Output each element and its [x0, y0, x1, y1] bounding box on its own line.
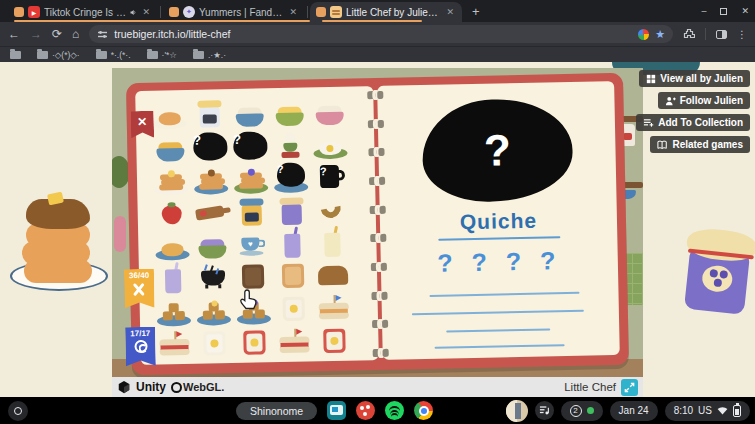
- reload-icon[interactable]: ⟳: [52, 28, 62, 40]
- home-icon[interactable]: ⌂: [72, 28, 79, 40]
- tab-group-indicator[interactable]: [169, 7, 179, 17]
- tab-close-icon[interactable]: ✕: [287, 7, 299, 17]
- cookbook-item-jam-board[interactable]: [191, 196, 232, 229]
- bookmark-folder[interactable]: .·★.·: [193, 50, 226, 60]
- extensions-icon[interactable]: [683, 28, 695, 40]
- cookbook-item-club-sandwich-jam[interactable]: [274, 325, 315, 358]
- status-pill[interactable]: 8:10 US: [665, 401, 750, 421]
- cookbook-item-popcorn-bowl[interactable]: [269, 96, 310, 129]
- window-thumbnail[interactable]: [506, 400, 528, 422]
- cookbook-item-blueberry-jam-jar[interactable]: [271, 194, 312, 227]
- fullscreen-button[interactable]: [621, 379, 638, 396]
- tab-youtube[interactable]: ▶Tiktok Cringe Is Going Too✕: [8, 2, 158, 22]
- bookmark-folder[interactable]: [10, 51, 21, 59]
- cookbook-item-egg-toast[interactable]: [273, 292, 314, 325]
- cookbook-item-bacon-egg-toast[interactable]: [234, 326, 275, 359]
- tab-close-icon[interactable]: ✕: [140, 7, 152, 17]
- cookbook-item-jelly-jar[interactable]: [231, 195, 272, 228]
- cookbook-item-club-sandwich[interactable]: [313, 291, 354, 324]
- cookbook-item-french-toast-butter[interactable]: [193, 294, 234, 327]
- cookbook-item-mystery-recipe[interactable]: ?: [190, 130, 231, 163]
- cookbook-item-pancakes-blueberry[interactable]: [231, 162, 272, 195]
- tab-fandom[interactable]: ✦Yummers | Fandom✕: [163, 2, 305, 22]
- add-to-collection-button[interactable]: Add To Collection: [636, 114, 750, 131]
- binding-ring: [371, 262, 387, 272]
- back-icon[interactable]: ←: [8, 28, 20, 40]
- cookbook-item-french-toast[interactable]: [153, 295, 194, 328]
- address-bar[interactable]: truebiger.itch.io/little-chef ★: [89, 25, 673, 43]
- battery-icon: [733, 405, 741, 417]
- cookbook-item-mystery-recipe-plate[interactable]: ?: [271, 161, 312, 194]
- cookbook-item-iced-drink[interactable]: [153, 262, 194, 295]
- tab-group-indicator[interactable]: [14, 7, 24, 17]
- follow-julien-button[interactable]: Follow Julien: [658, 92, 750, 109]
- tab-close-icon[interactable]: ✕: [444, 7, 456, 17]
- cookbook-item-banana[interactable]: [311, 193, 352, 226]
- cookbook-item-fried-egg[interactable]: [310, 128, 351, 161]
- tab-group-indicator[interactable]: [316, 7, 326, 17]
- menu-dots-icon[interactable]: ⋮: [737, 29, 747, 40]
- bookmark-star-icon[interactable]: ★: [655, 28, 665, 41]
- cookbook-item-mystery-mug[interactable]: ?: [311, 160, 352, 193]
- cookbook-item-berry-porridge-bowl[interactable]: [309, 95, 350, 128]
- cookbook-item-light-toast[interactable]: [273, 259, 314, 292]
- webgl-logo: WebGL.: [171, 381, 224, 393]
- progress-flag-36-40[interactable]: 36/40: [124, 269, 155, 309]
- bookmark-folder[interactable]: *·.(*·.: [96, 50, 131, 60]
- url-text[interactable]: truebiger.itch.io/little-chef: [114, 28, 632, 40]
- spotify-app-icon[interactable]: [385, 401, 404, 420]
- related-games-button[interactable]: Related games: [650, 136, 750, 153]
- button-label: Add To Collection: [658, 117, 743, 128]
- cookbook-item-banana-bread[interactable]: [313, 259, 354, 292]
- view-all-by-julien-button[interactable]: View all by Julien: [639, 70, 750, 87]
- bookmark-folder[interactable]: ·'*☆: [147, 50, 177, 60]
- forward-icon[interactable]: →: [30, 28, 42, 40]
- launcher-button[interactable]: [8, 401, 28, 421]
- clock: 8:10: [674, 405, 693, 416]
- browser-toolbar: ← → ⟳ ⌂ truebiger.itch.io/little-chef ★ …: [0, 22, 755, 46]
- cookbook-item-fruit-bowl[interactable]: [150, 131, 191, 164]
- cookbook-item-donut-holes[interactable]: [152, 229, 193, 262]
- cookbook-item-pancakes-butter[interactable]: [151, 164, 192, 197]
- cookbook-item-soft-boiled-egg[interactable]: [270, 129, 311, 162]
- active-window-pill[interactable]: Shinonome: [236, 402, 317, 420]
- notification-pill[interactable]: 2: [561, 401, 603, 421]
- close-window-button[interactable]: ✕: [741, 6, 749, 16]
- red-app-icon[interactable]: [356, 401, 375, 420]
- cookbook-item-mystery-recipe[interactable]: ?: [230, 129, 271, 162]
- cookbook-item-english-muffin[interactable]: [149, 98, 190, 131]
- teal-app-icon[interactable]: [327, 401, 346, 420]
- cookbook-item-egg-toast-sunny[interactable]: [194, 327, 235, 360]
- folder-icon: [147, 51, 158, 59]
- cookbook-item-oatmeal-bowl[interactable]: [229, 97, 270, 130]
- cookbook-item-pancakes-syrup[interactable]: [191, 163, 232, 196]
- cookbook-item-fondue-pot[interactable]: [193, 261, 234, 294]
- cookbook-item-lemonade[interactable]: [312, 226, 353, 259]
- cookbook-item-strawberry[interactable]: [151, 197, 192, 230]
- date-pill[interactable]: Jan 24: [610, 401, 658, 421]
- cookbook-item-jam-sandwich[interactable]: [154, 327, 195, 360]
- binding-ring: [367, 90, 383, 100]
- tab-little-chef[interactable]: Little Chef by Julien, Danny-vD✕: [310, 2, 462, 22]
- site-settings-icon[interactable]: [97, 29, 108, 40]
- cookbook-item-bubble-tea[interactable]: [272, 227, 313, 260]
- cookbook-item-cereal-bowl[interactable]: [192, 228, 233, 261]
- minimize-button[interactable]: –: [701, 6, 706, 16]
- game-viewport: ????♥ ? Quiche ? ? ? ? ✕ 36/4017/17: [112, 68, 643, 377]
- cookbook-item-bacon-egg-toast-2[interactable]: [314, 324, 355, 357]
- side-panel-icon[interactable]: [716, 30, 727, 39]
- new-tab-button[interactable]: +: [472, 4, 480, 19]
- restore-button[interactable]: [720, 8, 727, 15]
- progress-flag-17-17[interactable]: 17/17: [125, 327, 156, 367]
- region-label: US: [698, 405, 712, 416]
- cookbook-item-tea-cup[interactable]: ♥: [232, 228, 273, 261]
- shelf-apps: Shinonome: [236, 401, 433, 420]
- media-controls-button[interactable]: [535, 401, 554, 420]
- chrome-app-icon[interactable]: [414, 401, 433, 420]
- playlist-add-icon: [643, 118, 654, 128]
- google-account-icon[interactable]: [638, 29, 649, 40]
- cookbook-item-overnight-oats-jar[interactable]: [189, 97, 230, 130]
- button-label: Related games: [672, 139, 743, 150]
- tab-audio-icon[interactable]: [130, 8, 136, 17]
- bookmark-folder[interactable]: ·◇(*)◇·: [37, 50, 80, 60]
